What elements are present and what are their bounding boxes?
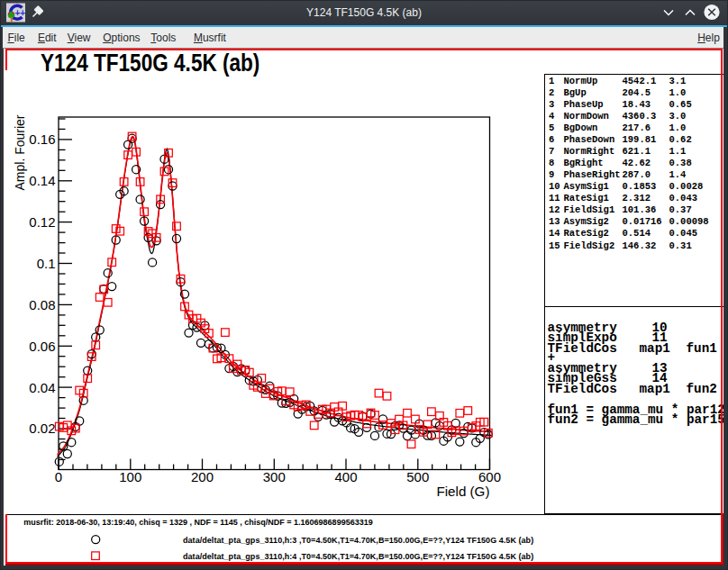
svg-text:200: 200 — [191, 469, 214, 484]
svg-text:600: 600 — [478, 469, 501, 484]
svg-text:0.08: 0.08 — [29, 297, 55, 312]
svg-text:300: 300 — [263, 469, 286, 484]
svg-text:500: 500 — [406, 469, 429, 484]
svg-text:100: 100 — [119, 469, 141, 484]
svg-text:0.1: 0.1 — [37, 256, 56, 271]
svg-text:400: 400 — [334, 469, 357, 484]
svg-text:0: 0 — [55, 469, 62, 484]
svg-text:Field (G): Field (G) — [436, 484, 489, 499]
